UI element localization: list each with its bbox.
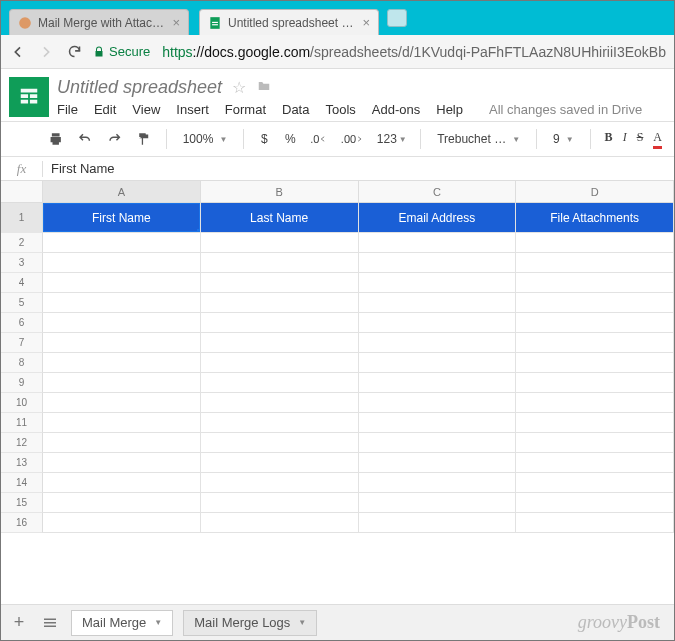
all-sheets-button[interactable] — [39, 613, 61, 633]
cell[interactable] — [516, 253, 674, 273]
menu-format[interactable]: Format — [225, 102, 266, 117]
header-cell[interactable]: File Attachments — [516, 203, 674, 233]
menu-addons[interactable]: Add-ons — [372, 102, 420, 117]
cell[interactable] — [516, 413, 674, 433]
cell[interactable] — [201, 473, 359, 493]
format-percent-icon[interactable]: % — [280, 128, 300, 150]
decrease-decimal-icon[interactable]: .0 — [306, 129, 331, 149]
cell[interactable] — [516, 493, 674, 513]
number-format-dropdown[interactable]: 123▼ — [373, 128, 410, 150]
cell[interactable] — [516, 513, 674, 533]
cell[interactable] — [43, 293, 201, 313]
row-header[interactable]: 11 — [1, 413, 43, 433]
cell[interactable] — [359, 373, 517, 393]
browser-tab-2[interactable]: Untitled spreadsheet - Go × — [199, 9, 379, 35]
cell[interactable] — [201, 433, 359, 453]
format-currency-icon[interactable]: $ — [254, 128, 274, 150]
menu-edit[interactable]: Edit — [94, 102, 116, 117]
font-dropdown[interactable]: Trebuchet …▼ — [431, 132, 526, 146]
cell[interactable] — [516, 453, 674, 473]
cell[interactable] — [516, 373, 674, 393]
cell[interactable] — [43, 473, 201, 493]
close-tab-icon[interactable]: × — [362, 16, 370, 29]
zoom-dropdown[interactable]: 100%▼ — [177, 132, 234, 146]
cell[interactable] — [359, 493, 517, 513]
row-header[interactable]: 12 — [1, 433, 43, 453]
cell[interactable] — [516, 353, 674, 373]
cell[interactable] — [201, 393, 359, 413]
cell[interactable] — [516, 393, 674, 413]
redo-icon[interactable] — [103, 128, 126, 150]
cell[interactable] — [43, 273, 201, 293]
cell[interactable] — [359, 433, 517, 453]
document-title[interactable]: Untitled spreadsheet — [57, 77, 222, 98]
cell[interactable] — [516, 433, 674, 453]
cell[interactable] — [201, 293, 359, 313]
cell[interactable] — [516, 313, 674, 333]
cell[interactable] — [359, 393, 517, 413]
row-header[interactable]: 5 — [1, 293, 43, 313]
cell[interactable] — [359, 313, 517, 333]
cell[interactable] — [201, 493, 359, 513]
cell[interactable] — [201, 333, 359, 353]
bold-button[interactable]: B — [605, 130, 613, 149]
row-header[interactable]: 7 — [1, 333, 43, 353]
menu-data[interactable]: Data — [282, 102, 309, 117]
cell[interactable] — [43, 373, 201, 393]
row-header[interactable]: 3 — [1, 253, 43, 273]
sheet-tab-active[interactable]: Mail Merge▼ — [71, 610, 173, 636]
new-tab-button[interactable] — [387, 9, 407, 27]
cell[interactable] — [43, 413, 201, 433]
add-sheet-button[interactable]: + — [9, 608, 29, 637]
row-header[interactable]: 9 — [1, 373, 43, 393]
cell[interactable] — [359, 293, 517, 313]
cell[interactable] — [43, 513, 201, 533]
cell[interactable] — [516, 473, 674, 493]
col-header-c[interactable]: C — [359, 181, 517, 203]
cell[interactable] — [359, 333, 517, 353]
cell[interactable] — [201, 513, 359, 533]
folder-icon[interactable] — [256, 79, 272, 97]
cell[interactable] — [201, 453, 359, 473]
forward-button[interactable] — [37, 43, 55, 61]
cell[interactable] — [201, 273, 359, 293]
menu-view[interactable]: View — [132, 102, 160, 117]
strike-button[interactable]: S — [637, 130, 644, 149]
row-header[interactable]: 10 — [1, 393, 43, 413]
cell[interactable] — [201, 253, 359, 273]
row-header[interactable]: 16 — [1, 513, 43, 533]
cell[interactable] — [43, 493, 201, 513]
cell[interactable] — [516, 273, 674, 293]
cell[interactable] — [516, 333, 674, 353]
sheets-logo-icon[interactable] — [9, 77, 49, 117]
cell[interactable] — [359, 273, 517, 293]
close-tab-icon[interactable]: × — [172, 16, 180, 29]
cell[interactable] — [201, 373, 359, 393]
header-cell[interactable]: Last Name — [201, 203, 359, 233]
cell[interactable] — [43, 453, 201, 473]
cell[interactable] — [359, 233, 517, 253]
cell[interactable] — [201, 413, 359, 433]
row-header[interactable]: 1 — [1, 203, 43, 233]
cell[interactable] — [516, 293, 674, 313]
menu-tools[interactable]: Tools — [325, 102, 355, 117]
row-header[interactable]: 13 — [1, 453, 43, 473]
cell[interactable] — [43, 353, 201, 373]
undo-icon[interactable] — [73, 128, 96, 150]
cell[interactable] — [359, 453, 517, 473]
cell[interactable] — [43, 393, 201, 413]
url-display[interactable]: Secure https://docs.google.com/spreadshe… — [93, 43, 666, 61]
reload-button[interactable] — [65, 43, 83, 61]
col-header-d[interactable]: D — [516, 181, 674, 203]
row-header[interactable]: 14 — [1, 473, 43, 493]
browser-tab-1[interactable]: Mail Merge with Attachm × — [9, 9, 189, 35]
select-all-corner[interactable] — [1, 181, 43, 203]
cell[interactable] — [43, 433, 201, 453]
cell[interactable] — [359, 413, 517, 433]
row-header[interactable]: 8 — [1, 353, 43, 373]
paint-format-icon[interactable] — [132, 127, 155, 151]
font-size-dropdown[interactable]: 9▼ — [547, 132, 580, 146]
cell[interactable] — [43, 333, 201, 353]
menu-help[interactable]: Help — [436, 102, 463, 117]
cell[interactable] — [359, 353, 517, 373]
